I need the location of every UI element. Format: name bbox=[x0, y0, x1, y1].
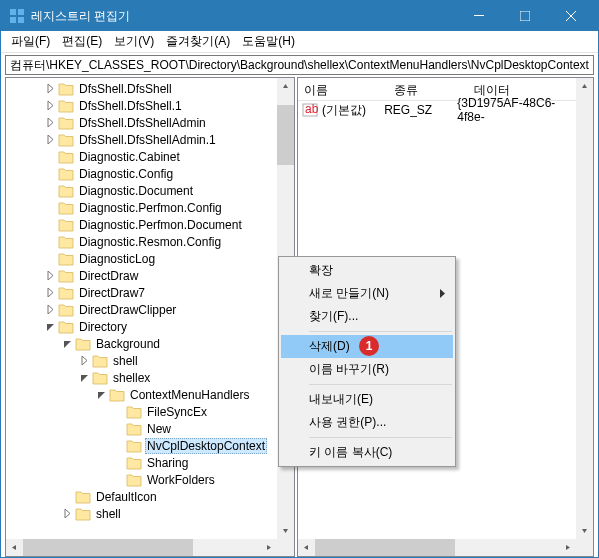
expand-icon[interactable] bbox=[44, 117, 56, 129]
list-scrollbar-horizontal[interactable] bbox=[298, 539, 576, 556]
collapse-icon[interactable] bbox=[78, 372, 90, 384]
tree-item[interactable]: DirectDrawClipper bbox=[6, 301, 277, 318]
tree-item[interactable]: DiagnosticLog bbox=[6, 250, 277, 267]
collapse-icon[interactable] bbox=[44, 321, 56, 333]
scroll-up-icon[interactable] bbox=[277, 78, 294, 95]
folder-icon bbox=[92, 371, 108, 385]
ctx-permissions[interactable]: 사용 권한(P)... bbox=[281, 411, 453, 434]
ctx-export[interactable]: 내보내기(E) bbox=[281, 388, 453, 411]
tree-item[interactable]: DirectDraw7 bbox=[6, 284, 277, 301]
folder-icon bbox=[75, 507, 91, 521]
minimize-button[interactable] bbox=[456, 1, 502, 31]
ctx-new[interactable]: 새로 만들기(N) bbox=[281, 282, 453, 305]
no-expand bbox=[112, 406, 124, 418]
expand-icon[interactable] bbox=[44, 83, 56, 95]
maximize-button[interactable] bbox=[502, 1, 548, 31]
scroll-down-icon[interactable] bbox=[576, 522, 593, 539]
no-expand bbox=[44, 185, 56, 197]
tree-item-label: Diagnostic.Config bbox=[77, 167, 175, 181]
expand-icon[interactable] bbox=[44, 270, 56, 282]
tree-item[interactable]: ContextMenuHandlers bbox=[6, 386, 277, 403]
tree-item[interactable]: Sharing bbox=[6, 454, 277, 471]
scroll-thumb[interactable] bbox=[315, 539, 455, 556]
tree-item[interactable]: DfsShell.DfsShell.1 bbox=[6, 97, 277, 114]
folder-icon bbox=[58, 116, 74, 130]
tree-item[interactable]: DfsShell.DfsShell bbox=[6, 80, 277, 97]
tree-item[interactable]: shellex bbox=[6, 369, 277, 386]
scroll-thumb[interactable] bbox=[277, 105, 294, 165]
expand-icon[interactable] bbox=[44, 100, 56, 112]
scroll-track[interactable] bbox=[576, 95, 593, 522]
scroll-down-icon[interactable] bbox=[277, 522, 294, 539]
ctx-delete[interactable]: 삭제(D) 1 bbox=[281, 335, 453, 358]
tree-item[interactable]: Diagnostic.Perfmon.Config bbox=[6, 199, 277, 216]
close-button[interactable] bbox=[548, 1, 594, 31]
scroll-track[interactable] bbox=[23, 539, 260, 556]
expand-icon[interactable] bbox=[44, 134, 56, 146]
no-expand bbox=[112, 474, 124, 486]
tree-item-label: DirectDraw bbox=[77, 269, 140, 283]
expand-icon[interactable] bbox=[61, 508, 73, 520]
scroll-up-icon[interactable] bbox=[576, 78, 593, 95]
collapse-icon[interactable] bbox=[95, 389, 107, 401]
address-bar[interactable]: 컴퓨터\HKEY_CLASSES_ROOT\Directory\Backgrou… bbox=[5, 55, 594, 75]
menu-favorites[interactable]: 즐겨찾기(A) bbox=[160, 31, 236, 52]
ctx-expand[interactable]: 확장 bbox=[281, 259, 453, 282]
scroll-right-icon[interactable] bbox=[260, 539, 277, 556]
tree-item[interactable]: New bbox=[6, 420, 277, 437]
tree-item[interactable]: WorkFolders bbox=[6, 471, 277, 488]
collapse-icon[interactable] bbox=[61, 338, 73, 350]
tree-item[interactable]: DefaultIcon bbox=[6, 488, 277, 505]
folder-icon bbox=[58, 167, 74, 181]
tree-item[interactable]: FileSyncEx bbox=[6, 403, 277, 420]
scroll-track[interactable] bbox=[315, 539, 559, 556]
menu-view[interactable]: 보기(V) bbox=[108, 31, 160, 52]
tree-item[interactable]: Directory bbox=[6, 318, 277, 335]
tree-item[interactable]: Background bbox=[6, 335, 277, 352]
scroll-right-icon[interactable] bbox=[559, 539, 576, 556]
tree-item[interactable]: Diagnostic.Perfmon.Document bbox=[6, 216, 277, 233]
tree-item[interactable]: DfsShell.DfsShellAdmin.1 bbox=[6, 131, 277, 148]
no-expand bbox=[44, 219, 56, 231]
cell-name: (기본값) bbox=[322, 102, 384, 119]
menu-help[interactable]: 도움말(H) bbox=[236, 31, 301, 52]
ctx-copykey[interactable]: 키 이름 복사(C) bbox=[281, 441, 453, 464]
svg-rect-2 bbox=[10, 17, 16, 23]
no-expand bbox=[44, 202, 56, 214]
list-row[interactable]: ab(기본값)REG_SZ{3D1975AF-48C6-4f8e- bbox=[298, 101, 576, 119]
column-name[interactable]: 이름 bbox=[298, 78, 388, 100]
ctx-find[interactable]: 찾기(F)... bbox=[281, 305, 453, 328]
tree-item[interactable]: Diagnostic.Config bbox=[6, 165, 277, 182]
column-type[interactable]: 종류 bbox=[388, 78, 468, 100]
tree-item[interactable]: Diagnostic.Cabinet bbox=[6, 148, 277, 165]
tree-item[interactable]: Diagnostic.Document bbox=[6, 182, 277, 199]
no-expand bbox=[44, 253, 56, 265]
ctx-rename[interactable]: 이름 바꾸기(R) bbox=[281, 358, 453, 381]
folder-icon bbox=[58, 320, 74, 334]
expand-icon[interactable] bbox=[78, 355, 90, 367]
list-scrollbar-vertical[interactable] bbox=[576, 78, 593, 539]
tree-item[interactable]: DirectDraw bbox=[6, 267, 277, 284]
no-expand bbox=[44, 168, 56, 180]
tree-item-label: Directory bbox=[77, 320, 129, 334]
folder-icon bbox=[58, 184, 74, 198]
tree-item[interactable]: shell bbox=[6, 352, 277, 369]
tree-scrollbar-horizontal[interactable] bbox=[6, 539, 277, 556]
scroll-thumb[interactable] bbox=[23, 539, 193, 556]
menu-file[interactable]: 파일(F) bbox=[5, 31, 56, 52]
no-expand bbox=[44, 236, 56, 248]
tree-item-label: Diagnostic.Document bbox=[77, 184, 195, 198]
tree-item[interactable]: shell bbox=[6, 505, 277, 522]
menu-edit[interactable]: 편집(E) bbox=[56, 31, 108, 52]
tree-item[interactable]: NvCplDesktopContext bbox=[6, 437, 277, 454]
expand-icon[interactable] bbox=[44, 287, 56, 299]
menu-bar: 파일(F) 편집(E) 보기(V) 즐겨찾기(A) 도움말(H) bbox=[1, 31, 598, 53]
cell-data: {3D1975AF-48C6-4f8e- bbox=[457, 96, 572, 124]
tree-item[interactable]: DfsShell.DfsShellAdmin bbox=[6, 114, 277, 131]
expand-icon[interactable] bbox=[44, 304, 56, 316]
scroll-left-icon[interactable] bbox=[6, 539, 23, 556]
annotation-badge: 1 bbox=[359, 336, 379, 356]
scroll-left-icon[interactable] bbox=[298, 539, 315, 556]
tree-item[interactable]: Diagnostic.Resmon.Config bbox=[6, 233, 277, 250]
folder-icon bbox=[126, 456, 142, 470]
